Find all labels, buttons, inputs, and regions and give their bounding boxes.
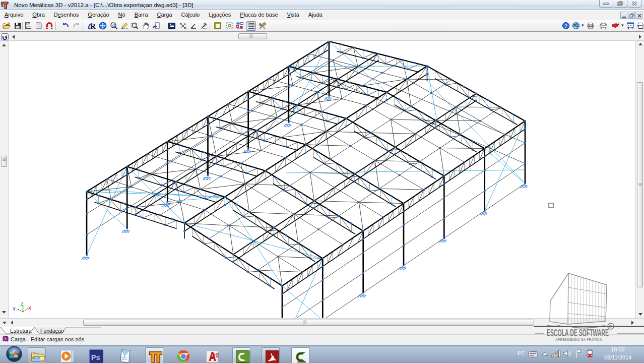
svg-text:Estrutura: Estrutura [10,328,32,334]
svg-text:ESCOLA DE SOFTWARE: ESCOLA DE SOFTWARE [547,327,609,338]
svg-text:Ps: Ps [91,353,100,361]
svg-text:Fundação: Fundação [40,328,64,334]
svg-text:Y: Y [13,307,16,312]
svg-text:DWG: DWG [26,25,31,28]
svg-text:10: 10 [216,355,219,358]
svg-text:DWG: DWG [37,25,42,28]
svg-text:?: ? [564,23,567,29]
svg-text:R: R [609,324,612,329]
svg-text:APRENDENDO NA PRÁTICA: APRENDENDO NA PRÁTICA [555,337,602,341]
svg-text:R: R [90,22,96,30]
svg-text:X: X [28,306,31,311]
svg-text:x2: x2 [112,24,115,27]
svg-text:Z: Z [21,301,24,307]
